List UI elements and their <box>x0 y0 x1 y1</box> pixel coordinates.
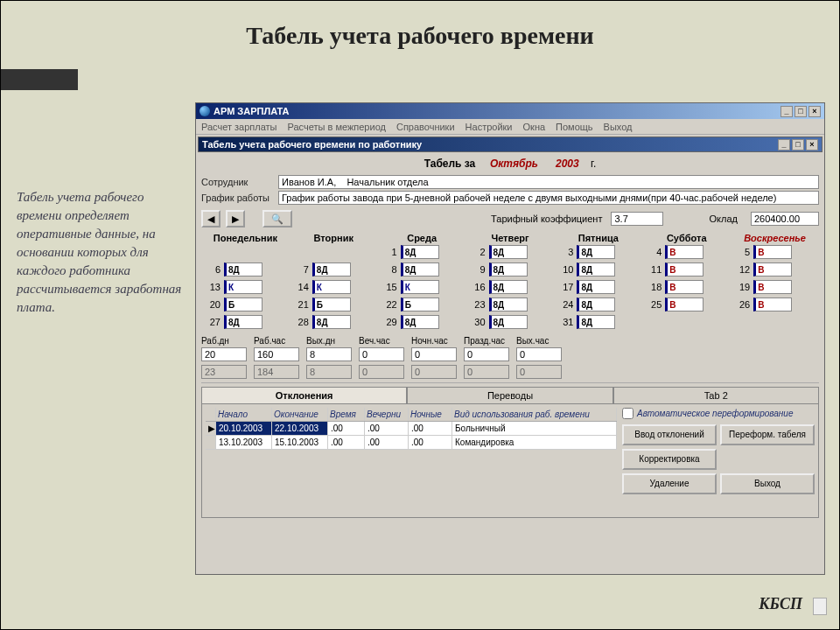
day-code-input[interactable] <box>224 262 262 276</box>
day-code-input[interactable] <box>489 315 528 329</box>
total-input[interactable] <box>464 347 509 361</box>
day-code-input[interactable] <box>665 245 704 259</box>
menu-item[interactable]: Настройки <box>466 122 513 132</box>
col-evening: Вечерни <box>365 408 409 421</box>
day-number: 4 <box>648 247 662 257</box>
day-code-input[interactable] <box>577 245 615 259</box>
day-code-input[interactable] <box>489 280 528 294</box>
day-number: 23 <box>472 299 486 310</box>
day-number: 13 <box>206 282 220 292</box>
day-code-input[interactable] <box>312 280 351 294</box>
input-deviations-button[interactable]: Ввод отклонений <box>622 424 717 445</box>
day-code-input[interactable] <box>665 280 704 294</box>
inner-close-button[interactable]: × <box>806 139 818 150</box>
day-code-input[interactable] <box>753 262 792 276</box>
day-cell: 15 <box>378 280 466 294</box>
day-code-input[interactable] <box>489 262 528 276</box>
employee-input[interactable] <box>278 175 819 189</box>
total-input-readonly <box>306 365 352 379</box>
day-code-input[interactable] <box>665 298 704 312</box>
tabs: Отклонения Переводы Tab 2 <box>201 387 819 404</box>
day-code-input[interactable] <box>489 298 528 312</box>
total-label: Раб.дн <box>201 336 247 346</box>
day-code-input[interactable] <box>489 245 528 259</box>
day-code-input[interactable] <box>753 280 792 294</box>
day-number: 25 <box>648 299 662 310</box>
period-month: Октябрь <box>490 158 538 170</box>
salary-input[interactable] <box>751 212 819 226</box>
total-input[interactable] <box>516 347 562 361</box>
day-cell: 4 <box>642 245 731 259</box>
total-input[interactable] <box>306 347 352 361</box>
auto-reform-checkbox[interactable] <box>622 408 634 419</box>
day-number: 11 <box>648 264 662 275</box>
day-code-input[interactable] <box>577 298 615 312</box>
day-code-input[interactable] <box>401 315 439 329</box>
inner-minimize-button[interactable]: _ <box>778 139 790 150</box>
day-code-input[interactable] <box>577 280 615 294</box>
day-number: 15 <box>383 282 397 292</box>
close-button[interactable]: × <box>808 106 821 117</box>
menu-item[interactable]: Окна <box>523 122 546 132</box>
next-button[interactable]: ▶ <box>226 210 245 228</box>
table-row[interactable]: ▶20.10.200322.10.2003.00.00.00Больничный <box>206 422 617 436</box>
weekday-headers: Понедельник Вторник Среда Четверг Пятниц… <box>201 233 819 243</box>
tariff-input[interactable] <box>611 212 663 226</box>
minimize-button[interactable]: _ <box>780 106 793 117</box>
correction-button[interactable]: Корректировка <box>622 449 717 470</box>
reform-timesheet-button[interactable]: Переформ. табеля <box>720 424 815 445</box>
total-input[interactable] <box>359 347 404 361</box>
day-code-input[interactable] <box>224 315 262 329</box>
table-row[interactable]: 13.10.200315.10.2003.00.00.00Командировк… <box>206 436 617 450</box>
weekday-sun: Воскресенье <box>731 233 819 243</box>
total-label: Вых.дн <box>306 336 352 346</box>
total-input[interactable] <box>201 347 247 361</box>
menu-item[interactable]: Справочники <box>396 122 455 132</box>
day-number: 27 <box>206 317 220 327</box>
day-code-input[interactable] <box>665 262 704 276</box>
inner-maximize-button[interactable]: □ <box>792 139 804 150</box>
delete-button[interactable]: Удаление <box>622 473 717 494</box>
preview-button[interactable]: 🔍 <box>262 210 292 228</box>
day-code-input[interactable] <box>312 315 351 329</box>
total-label: Вых.час <box>516 336 562 346</box>
side-description: Табель учета рабочего времени определяет… <box>17 188 183 317</box>
day-code-input[interactable] <box>753 245 792 259</box>
content-area: Табель за Октябрь 2003 г. Сотрудник Граф… <box>196 154 824 520</box>
tab-transfers[interactable]: Переводы <box>407 387 612 403</box>
day-code-input[interactable] <box>312 262 351 276</box>
total-input[interactable] <box>254 347 299 361</box>
prev-button[interactable]: ◀ <box>201 210 220 228</box>
period-suffix: г. <box>591 158 596 170</box>
total-input[interactable] <box>411 347 457 361</box>
period-label: Табель за <box>424 158 476 170</box>
day-code-input[interactable] <box>401 245 439 259</box>
tab-2[interactable]: Tab 2 <box>613 387 819 403</box>
day-cell: 24 <box>554 298 642 312</box>
day-cell: 14 <box>290 280 378 294</box>
day-cell: 17 <box>554 280 642 294</box>
tab-deviations[interactable]: Отклонения <box>201 387 407 403</box>
day-code-input[interactable] <box>753 298 792 312</box>
exit-button[interactable]: Выход <box>720 473 815 494</box>
menu-item[interactable]: Помощь <box>556 122 593 132</box>
separator <box>201 382 819 383</box>
day-code-input[interactable] <box>577 315 615 329</box>
day-cell: 3 <box>554 245 642 259</box>
day-cell <box>731 315 819 329</box>
menu-item[interactable]: Расчеты в межпериод <box>288 122 386 132</box>
day-code-input[interactable] <box>401 262 439 276</box>
day-cell: 5 <box>731 245 819 259</box>
day-code-input[interactable] <box>224 280 262 294</box>
menu-item[interactable]: Выход <box>604 122 633 132</box>
day-code-input[interactable] <box>401 298 439 312</box>
menu-item[interactable]: Расчет зарплаты <box>201 122 277 132</box>
day-code-input[interactable] <box>577 262 615 276</box>
totals-row-2 <box>201 365 819 379</box>
schedule-input[interactable] <box>278 191 819 205</box>
day-code-input[interactable] <box>312 298 351 312</box>
day-code-input[interactable] <box>401 280 439 294</box>
day-number: 31 <box>559 317 573 327</box>
maximize-button[interactable]: □ <box>794 106 807 117</box>
day-code-input[interactable] <box>224 298 262 312</box>
